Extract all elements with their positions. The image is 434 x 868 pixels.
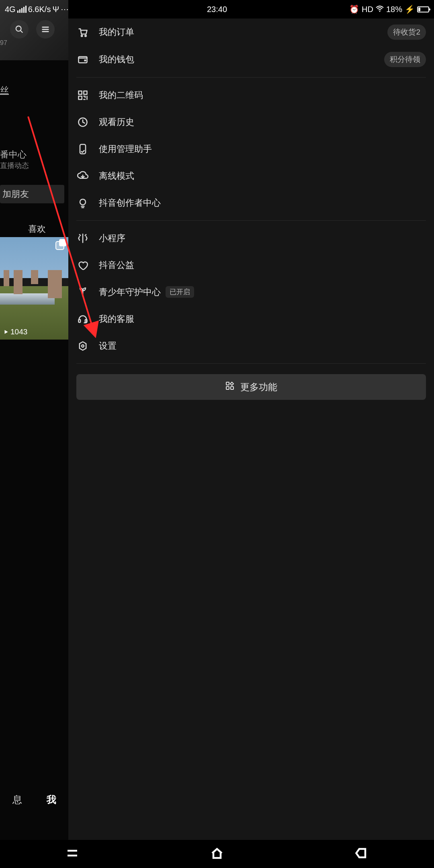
network-type: 4G	[5, 5, 16, 14]
search-button[interactable]	[10, 20, 29, 39]
divider	[76, 220, 304, 221]
svg-rect-6	[79, 91, 82, 94]
clock-icon	[76, 116, 89, 129]
qrcode-icon	[76, 89, 89, 102]
multi-image-icon	[55, 241, 64, 250]
live-center-line2: 直播动态	[0, 161, 29, 170]
menu-history[interactable]: 观看历史	[76, 108, 304, 135]
settings-icon	[76, 340, 89, 352]
menu-orders[interactable]: 我的订单 待收货2	[76, 18, 304, 46]
menu-assistant[interactable]: 使用管理助手	[76, 135, 304, 162]
headset-icon	[76, 313, 89, 326]
menu-miniapp[interactable]: 小程序	[76, 225, 304, 252]
svg-point-2	[81, 35, 83, 37]
profile-page-underlay: 97 丝 番中心 直播动态 加朋友 喜欢 1043 息 我	[0, 0, 68, 608]
menu-teen[interactable]: 青少年守护中心 已开启	[76, 278, 304, 305]
clock: 23:40	[207, 5, 227, 14]
menu-service[interactable]: 我的客服	[76, 305, 304, 332]
menu-creator[interactable]: 抖音创作者中心	[76, 189, 304, 216]
svg-rect-8	[79, 96, 82, 99]
menu-offline[interactable]: 离线模式	[76, 162, 304, 189]
play-count: 1043	[3, 328, 27, 336]
svg-point-3	[85, 35, 86, 37]
sprout-icon	[76, 286, 89, 299]
side-drawer: 我的订单 待收货2 我的钱包 积分待领 我的二维码 观看历史 使用管理助手	[68, 18, 304, 608]
corner-text: 97	[0, 39, 7, 47]
heart-icon	[76, 259, 89, 272]
lightbulb-icon	[76, 197, 89, 209]
svg-point-1	[16, 26, 21, 31]
add-friend-button[interactable]: 加朋友	[0, 185, 64, 203]
cart-icon	[76, 26, 89, 39]
phone-check-icon	[76, 143, 89, 156]
more-functions-button[interactable]: 更多功能	[76, 374, 304, 400]
tab-likes[interactable]: 喜欢	[28, 223, 46, 235]
divider	[76, 363, 304, 364]
teen-badge: 已开启	[166, 286, 194, 298]
fans-link[interactable]: 丝	[0, 84, 9, 96]
svg-point-5	[84, 60, 86, 61]
grid-icon	[225, 381, 235, 393]
menu-qrcode[interactable]: 我的二维码	[76, 82, 304, 108]
svg-rect-17	[226, 387, 229, 389]
menu-settings[interactable]: 设置	[76, 332, 304, 359]
signal-icon	[17, 6, 27, 13]
svg-point-11	[80, 199, 86, 205]
svg-rect-12	[79, 319, 81, 322]
menu-charity[interactable]: 抖音公益	[76, 252, 304, 278]
usb-icon: Ψ	[52, 5, 59, 14]
video-thumbnail[interactable]: 1043	[0, 237, 68, 340]
drawer-menu-button[interactable]	[36, 20, 55, 39]
svg-rect-15	[226, 382, 229, 385]
net-speed: 6.6K/s	[28, 5, 51, 14]
status-bar: 4G 6.6K/s Ψ ⋯ 23:40 ⏰ HD 18% ⚡	[0, 0, 304, 18]
cloud-download-icon	[76, 170, 89, 182]
wallet-icon	[76, 53, 89, 66]
svg-rect-7	[84, 91, 87, 94]
menu-wallet[interactable]: 我的钱包 积分待领	[76, 46, 304, 73]
more-dots-icon: ⋯	[61, 4, 69, 14]
miniapp-icon	[76, 232, 89, 245]
svg-point-14	[82, 345, 84, 347]
svg-rect-16	[231, 387, 233, 389]
divider	[76, 77, 304, 78]
live-center-line1: 番中心	[0, 149, 27, 161]
